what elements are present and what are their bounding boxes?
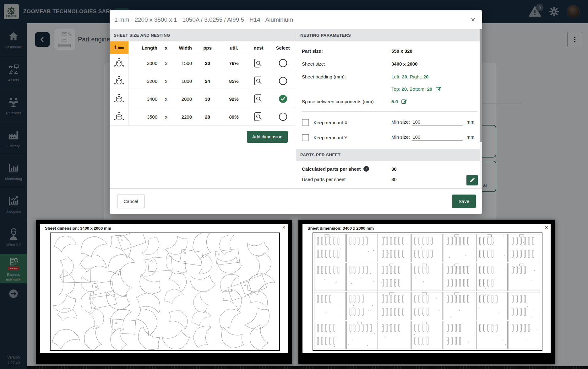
close-icon[interactable]: ×	[471, 16, 475, 24]
min-size-x-input[interactable]	[412, 119, 463, 126]
add-dimension-button[interactable]: Add dimension	[247, 131, 288, 143]
sheet-size-row: 3500 x 2200 28 89%	[110, 108, 296, 126]
nest-preview-button[interactable]	[253, 111, 264, 122]
pps-cell: 20	[194, 54, 220, 72]
calculated-pps-label: Calculated parts per sheet	[302, 166, 361, 172]
util-cell: 85%	[220, 72, 247, 90]
width-cell: 1800	[172, 72, 194, 90]
app-root: ZOOMFAB ZOOMFAB TECHNOLOGIES SARL 0	[0, 0, 588, 369]
part-3d-icon	[110, 108, 128, 126]
magnifier-box-icon	[253, 94, 264, 104]
sheet-padding-row-2: Top: 20, Bottom: 20	[296, 86, 482, 92]
col-width: Width	[172, 41, 194, 54]
modal-footer: Cancel Save	[110, 188, 482, 214]
close-icon[interactable]: ×	[545, 224, 548, 231]
modal-scrollbar[interactable]	[480, 29, 482, 188]
sheet-dimension-title: Sheet dimension: 3400 x 2000 mm	[308, 226, 374, 231]
padding-tb-value: Top: 20, Bottom: 20	[391, 86, 442, 92]
check-icon	[281, 97, 285, 101]
sheet-size-pane: SHEET SIZE AND NESTING 1 mm Length x Wid…	[110, 29, 296, 188]
select-radio[interactable]	[279, 113, 287, 121]
keep-remnant-x-checkbox[interactable]	[302, 119, 309, 126]
part-size-label: Part size:	[302, 48, 391, 54]
close-icon[interactable]: ×	[282, 224, 286, 231]
nesting-sheet-drawing	[313, 233, 542, 351]
mm-unit: mm	[466, 134, 474, 140]
col-length: Length	[128, 41, 160, 54]
part-size-row: Part size: 550 x 320	[296, 48, 482, 54]
padding-lr-value: Left: 20, Right: 20	[391, 74, 428, 79]
edit-used-pps-button[interactable]	[466, 175, 478, 185]
length-cell: 3400	[128, 90, 160, 108]
x-cell: x	[160, 72, 172, 90]
pps-cell: 28	[194, 108, 220, 126]
mm-unit: mm	[466, 119, 474, 125]
params-divider	[302, 111, 478, 112]
space-value: 5.0	[391, 98, 407, 104]
pps-section-title: PARTS PER SHEET	[296, 149, 482, 161]
pps-cell: 24	[194, 72, 220, 90]
used-pps-value: 30	[391, 177, 397, 182]
calculated-pps-row: Calculated parts per sheet i 30	[296, 166, 482, 172]
sheet-dimension-title: Sheet dimension: 3400 x 2000 mm	[45, 226, 111, 231]
modal-header: 1 mm - 2200 x 3500 x 1 - 1050A / 3.0255 …	[110, 10, 482, 29]
sheet-size-row: 3000 x 1500 20 76%	[110, 54, 296, 72]
select-radio[interactable]	[279, 77, 287, 85]
magnifier-box-icon	[253, 111, 264, 122]
space-label: Space between components (mm):	[302, 99, 391, 104]
length-cell: 3500	[128, 108, 160, 126]
nesting-preview-window-left: Sheet dimension: 3400 x 2000 mm ×	[36, 220, 292, 364]
nest-preview-button[interactable]	[253, 76, 264, 86]
min-size-label: Min size:	[391, 119, 410, 125]
part-size-value: 550 x 320	[391, 48, 412, 54]
nest-preview-button[interactable]	[253, 58, 264, 68]
part-3d-icon	[110, 54, 128, 72]
util-cell: 92%	[220, 90, 247, 108]
edit-padding-icon[interactable]	[435, 86, 442, 92]
select-radio-checked[interactable]	[279, 95, 287, 103]
thickness-tab[interactable]: 1 mm	[110, 41, 128, 54]
col-pps: pps	[194, 41, 220, 54]
sheet-padding-label: Sheet padding (mm):	[302, 74, 391, 79]
nesting-sheet-drawing	[50, 233, 280, 351]
space-between-row: Space between components (mm): 5.0	[296, 98, 482, 104]
sheet-size-param-row: Sheet size: 3400 x 2000	[296, 61, 482, 67]
width-cell: 1500	[172, 54, 194, 72]
util-cell: 89%	[220, 108, 247, 126]
sheet-nesting-modal: 1 mm - 2200 x 3500 x 1 - 1050A / 3.0255 …	[110, 10, 482, 214]
keep-remnant-x-label: Keep remnant X	[313, 120, 347, 125]
min-size-y-input[interactable]	[412, 134, 463, 141]
part-3d-icon	[110, 90, 128, 108]
sheet-size-row: 3200 x 1800 24 85%	[110, 72, 296, 90]
keep-remnant-y-checkbox[interactable]	[302, 134, 309, 141]
nesting-parameters-pane: NESTING PARAMETERS Part size: 550 x 320 …	[296, 29, 482, 188]
pencil-icon	[469, 177, 475, 183]
part-3d-icon	[110, 72, 128, 90]
sheet-size-row-selected: 3400 x 2000 30 92%	[110, 90, 296, 108]
edit-space-icon[interactable]	[401, 98, 407, 104]
nesting-preview-window-right: Sheet dimension: 3400 x 2000 mm ×	[298, 220, 555, 364]
x-cell: x	[160, 90, 172, 108]
magnifier-box-icon	[253, 76, 264, 86]
col-util: util.	[220, 41, 247, 54]
min-size-label: Min size:	[391, 134, 410, 140]
pps-cell: 30	[194, 90, 220, 108]
used-pps-label: Used parts per sheet	[302, 177, 391, 182]
nest-preview-button[interactable]	[253, 94, 264, 104]
select-radio[interactable]	[279, 59, 287, 67]
save-button[interactable]: Save	[452, 195, 476, 208]
info-icon[interactable]: i	[363, 166, 369, 172]
sheet-size-value: 3400 x 2000	[391, 61, 417, 67]
sheet-padding-row: Sheet padding (mm): Left: 20, Right: 20	[296, 74, 482, 79]
keep-remnant-y-row: Keep remnant Y Min size: mm	[296, 133, 482, 142]
keep-remnant-x-row: Keep remnant X Min size: mm	[296, 118, 482, 127]
length-cell: 3200	[128, 72, 160, 90]
magnifier-box-icon	[253, 58, 264, 68]
sheet-size-label: Sheet size:	[302, 61, 391, 67]
modal-title: 1 mm - 2200 x 3500 x 1 - 1050A / 3.0255 …	[114, 16, 293, 23]
cancel-button[interactable]: Cancel	[117, 195, 144, 208]
used-pps-row: Used parts per sheet 30	[296, 177, 482, 182]
x-cell: x	[160, 54, 172, 72]
col-nest: nest	[247, 41, 270, 54]
col-select: Select	[270, 41, 296, 54]
